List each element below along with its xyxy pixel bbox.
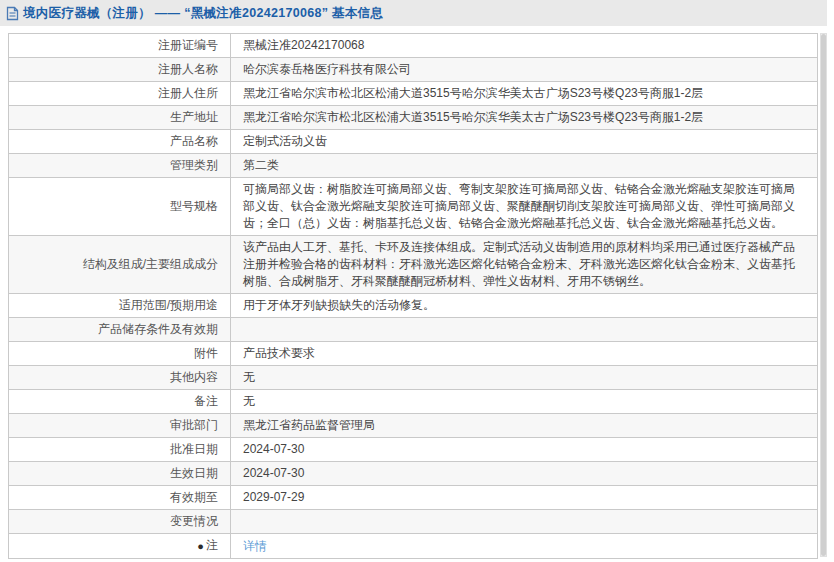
row-label-cell: 适用范围/预期用途 — [9, 294, 231, 318]
row-value: 黑龙江省哈尔滨市松北区松浦大道3515号哈尔滨华美太古广场S23号楼Q23号商服… — [243, 86, 703, 100]
row-value-cell: 2024-07-30 — [231, 438, 818, 462]
row-label-cell: 审批部门 — [9, 414, 231, 438]
row-value-cell: 第二类 — [231, 154, 818, 178]
row-label: 有效期至 — [170, 490, 218, 504]
row-label: 变更情况 — [170, 514, 218, 528]
table-row: 注册人住所 黑龙江省哈尔滨市松北区松浦大道3515号哈尔滨华美太古广场S23号楼… — [9, 82, 818, 106]
row-label: 备注 — [194, 394, 218, 408]
row-value-cell: 该产品由人工牙、基托、卡环及连接体组成。定制式活动义齿制造用的原材料均采用已通过… — [231, 236, 818, 294]
row-value: 用于牙体牙列缺损缺失的活动修复。 — [243, 298, 435, 312]
table-row: 有效期至 2029-07-29 — [9, 486, 818, 510]
row-value-cell: 2029-07-29 — [231, 486, 818, 510]
table-row: ●注 详情 — [9, 534, 818, 559]
table-row: 注册证编号 黑械注准20242170068 — [9, 34, 818, 58]
row-value-cell: 详情 — [231, 534, 818, 559]
scrollbar-thumb[interactable] — [821, 34, 826, 556]
page-header: 境内医疗器械（注册） —— “黑械注准20242170068” 基本信息 — [0, 0, 827, 26]
row-value-cell — [231, 318, 818, 342]
document-icon — [6, 6, 19, 21]
table-row: 审批部门 黑龙江省药品监督管理局 — [9, 414, 818, 438]
table-row: 附件 产品技术要求 — [9, 342, 818, 366]
page-title: 境内医疗器械（注册） —— “黑械注准20242170068” 基本信息 — [23, 5, 383, 22]
table-row: 产品名称 定制式活动义齿 — [9, 130, 818, 154]
row-label: 结构及组成/主要组成成分 — [83, 257, 218, 271]
row-label: 生产地址 — [170, 110, 218, 124]
table-row: 生产地址 黑龙江省哈尔滨市松北区松浦大道3515号哈尔滨华美太古广场S23号楼Q… — [9, 106, 818, 130]
row-value-cell: 2024-07-30 — [231, 462, 818, 486]
row-value-cell: 哈尔滨泰岳格医疗科技有限公司 — [231, 58, 818, 82]
row-value: 定制式活动义齿 — [243, 134, 327, 148]
row-label-cell: 注册证编号 — [9, 34, 231, 58]
table-row: 产品储存条件及有效期 — [9, 318, 818, 342]
row-label: 注册人名称 — [158, 62, 218, 76]
row-label-cell: 生产地址 — [9, 106, 231, 130]
row-value: 产品技术要求 — [243, 346, 315, 360]
row-label: 注 — [206, 538, 218, 552]
row-label: 产品储存条件及有效期 — [98, 322, 218, 336]
row-label-cell: 有效期至 — [9, 486, 231, 510]
row-label-cell: 备注 — [9, 390, 231, 414]
table-row: 结构及组成/主要组成成分 该产品由人工牙、基托、卡环及连接体组成。定制式活动义齿… — [9, 236, 818, 294]
row-value: 2024-07-30 — [243, 442, 304, 456]
row-value: 无 — [243, 370, 255, 384]
row-label: 注册证编号 — [158, 38, 218, 52]
row-value-cell: 产品技术要求 — [231, 342, 818, 366]
table-row: 变更情况 — [9, 510, 818, 534]
table-row: 生效日期 2024-07-30 — [9, 462, 818, 486]
row-label-cell: 注册人名称 — [9, 58, 231, 82]
table-row: 型号规格 可摘局部义齿：树脂胶连可摘局部义齿、弯制支架胶连可摘局部义齿、钴铬合金… — [9, 178, 818, 236]
row-value: 黑龙江省药品监督管理局 — [243, 418, 375, 432]
details-link[interactable]: 详情 — [243, 539, 267, 553]
registration-info-table: 注册证编号 黑械注准20242170068 注册人名称 哈尔滨泰岳格医疗科技有限… — [8, 33, 818, 559]
row-value-cell: 黑龙江省哈尔滨市松北区松浦大道3515号哈尔滨华美太古广场S23号楼Q23号商服… — [231, 82, 818, 106]
row-label: 管理类别 — [170, 158, 218, 172]
row-label: 批准日期 — [170, 442, 218, 456]
row-value: 2024-07-30 — [243, 466, 304, 480]
table-row: 备注 无 — [9, 390, 818, 414]
row-value: 2029-07-29 — [243, 490, 304, 504]
row-value: 黑龙江省哈尔滨市松北区松浦大道3515号哈尔滨华美太古广场S23号楼Q23号商服… — [243, 110, 703, 124]
page: 境内医疗器械（注册） —— “黑械注准20242170068” 基本信息 注册证… — [0, 0, 834, 562]
row-label-cell: 生效日期 — [9, 462, 231, 486]
row-value: 第二类 — [243, 158, 279, 172]
row-value: 可摘局部义齿：树脂胶连可摘局部义齿、弯制支架胶连可摘局部义齿、钴铬合金激光熔融支… — [243, 182, 795, 230]
row-value-cell: 无 — [231, 390, 818, 414]
row-value: 黑械注准20242170068 — [243, 38, 364, 52]
row-label-cell: ●注 — [9, 534, 231, 559]
row-label: 生效日期 — [170, 466, 218, 480]
row-label-cell: 型号规格 — [9, 178, 231, 236]
table-row: 注册人名称 哈尔滨泰岳格医疗科技有限公司 — [9, 58, 818, 82]
row-label-cell: 变更情况 — [9, 510, 231, 534]
row-value-cell: 黑械注准20242170068 — [231, 34, 818, 58]
table-row: 管理类别 第二类 — [9, 154, 818, 178]
note-icon: ● — [197, 538, 204, 555]
row-value: 无 — [243, 394, 255, 408]
row-label: 注册人住所 — [158, 86, 218, 100]
table-row: 其他内容 无 — [9, 366, 818, 390]
row-value-cell: 定制式活动义齿 — [231, 130, 818, 154]
row-label: 附件 — [194, 346, 218, 360]
row-value: 哈尔滨泰岳格医疗科技有限公司 — [243, 62, 411, 76]
row-label-cell: 结构及组成/主要组成成分 — [9, 236, 231, 294]
row-value-cell: 黑龙江省药品监督管理局 — [231, 414, 818, 438]
row-label: 审批部门 — [170, 418, 218, 432]
row-label: 适用范围/预期用途 — [119, 298, 218, 312]
row-value-cell: 黑龙江省哈尔滨市松北区松浦大道3515号哈尔滨华美太古广场S23号楼Q23号商服… — [231, 106, 818, 130]
table-row: 适用范围/预期用途 用于牙体牙列缺损缺失的活动修复。 — [9, 294, 818, 318]
row-label-cell: 其他内容 — [9, 366, 231, 390]
row-label-cell: 管理类别 — [9, 154, 231, 178]
row-label-cell: 附件 — [9, 342, 231, 366]
row-label: 型号规格 — [170, 199, 218, 213]
row-label: 产品名称 — [170, 134, 218, 148]
row-label-cell: 产品储存条件及有效期 — [9, 318, 231, 342]
row-value-cell: 可摘局部义齿：树脂胶连可摘局部义齿、弯制支架胶连可摘局部义齿、钴铬合金激光熔融支… — [231, 178, 818, 236]
row-label-cell: 注册人住所 — [9, 82, 231, 106]
row-value-cell — [231, 510, 818, 534]
table-row: 批准日期 2024-07-30 — [9, 438, 818, 462]
row-value: 该产品由人工牙、基托、卡环及连接体组成。定制式活动义齿制造用的原材料均采用已通过… — [243, 240, 795, 288]
row-label-cell: 批准日期 — [9, 438, 231, 462]
row-label: 其他内容 — [170, 370, 218, 384]
row-value-cell: 用于牙体牙列缺损缺失的活动修复。 — [231, 294, 818, 318]
row-label-cell: 产品名称 — [9, 130, 231, 154]
scrollbar[interactable] — [820, 33, 827, 557]
